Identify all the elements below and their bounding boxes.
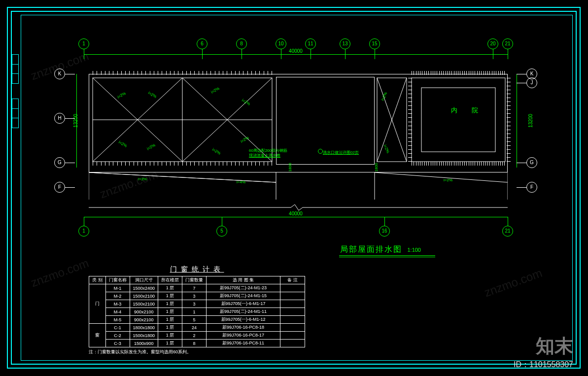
- grid-line: [202, 49, 203, 59]
- ruler-left-2: [12, 99, 19, 128]
- svg-text:i=2%: i=2%: [380, 92, 388, 102]
- col-header: 洞口尺寸: [130, 276, 158, 284]
- grid-line: [517, 83, 526, 83]
- brand-logo: 知末: [536, 334, 573, 359]
- cell: 3: [182, 292, 207, 300]
- cell: M-4: [105, 308, 130, 316]
- dim-left: 13200: [73, 114, 78, 128]
- ticks: [507, 78, 511, 162]
- courtyard-label: 内 院: [451, 106, 482, 115]
- table-row: M-31500x21001 层3新99J705(一)-6-M1-17: [89, 300, 305, 308]
- svg-text:i=2%: i=2%: [138, 177, 147, 181]
- cell: [280, 340, 305, 347]
- grid-line: [517, 163, 526, 163]
- grid-bubble: 1: [78, 38, 89, 49]
- col-header: 备 注: [280, 276, 305, 284]
- grid-bubble: K: [54, 68, 65, 79]
- cell: [280, 300, 305, 308]
- drawing-title-row: 局部屋面排水图 1:100: [340, 244, 421, 255]
- svg-text:i=2%: i=2%: [118, 140, 128, 148]
- table-row: C-31500x9001 层8新99J706-16-PC8-11: [89, 340, 305, 347]
- cell: 2: [182, 332, 207, 340]
- cell: M-2: [105, 292, 130, 300]
- grid-bubble: 13: [340, 38, 350, 49]
- table-row: 门M-11500x24001 层7新99J705(二)-24-M1-23: [89, 284, 305, 292]
- note-detail: 滴水口做法详图02页: [323, 150, 359, 155]
- break-line: [89, 205, 508, 210]
- cell: 1500x2100: [130, 300, 158, 308]
- svg-line-27: [89, 172, 276, 182]
- grid-line: [345, 49, 346, 59]
- grid-line: [384, 217, 385, 226]
- note-rebar-2: 现浇混凝土滴水檐: [249, 153, 280, 158]
- cell: C-2: [105, 332, 130, 340]
- grid-bubble: J: [526, 77, 537, 88]
- col-header: 类 别: [89, 276, 106, 284]
- grid-bubble: 1: [78, 226, 89, 237]
- cell: 1500x900: [130, 340, 158, 347]
- drawing-area: 40000 168101113152021 13200 13200 KHGF K…: [49, 39, 542, 227]
- grid-bubble: 16: [379, 226, 390, 237]
- ticks: [93, 162, 272, 166]
- cell: 1800x1800: [130, 324, 158, 332]
- door-window-table: 门窗统计表 类 别门窗名称洞口尺寸所在楼层门窗数量选 用 图 集备 注 门M-1…: [89, 265, 305, 355]
- ticks: [412, 71, 505, 75]
- ruler-left-1: [12, 54, 19, 84]
- grid-bubble: 20: [487, 38, 498, 49]
- dim-line-right: [517, 74, 517, 168]
- title-underline: [339, 255, 435, 256]
- group-cell: 门: [89, 284, 106, 324]
- cell: M-5: [105, 316, 130, 324]
- col-header: 门窗名称: [105, 276, 130, 284]
- grid-line: [242, 49, 242, 59]
- grid-line: [65, 74, 75, 74]
- svg-text:i=2%: i=2%: [211, 147, 221, 156]
- cell: M-3: [105, 300, 130, 308]
- grid-line: [222, 217, 222, 226]
- drawing-scale: 1:100: [407, 247, 421, 253]
- cell: [280, 316, 305, 324]
- drawing-title: 局部屋面排水图: [340, 245, 402, 253]
- cell: 新99J705(二)-24-M1-15: [207, 292, 280, 300]
- svg-text:i=2%: i=2%: [147, 91, 157, 99]
- cell: 新99J705(二)-24-M1-11: [207, 308, 280, 316]
- ticks: [408, 78, 412, 162]
- table-note: 注：门窗数量以实际发生为准。窗型均选用60系列。: [89, 349, 305, 355]
- dim-top: 40000: [289, 48, 303, 54]
- cell: 新99J705(二)-24-M1-23: [207, 284, 280, 292]
- roof-left: i=2% i=2% i=2% i=2% i=2% i=2% i=2% i=2%: [89, 74, 276, 172]
- table-title: 门窗统计表: [89, 265, 305, 274]
- grid-bubble: 5: [216, 226, 227, 237]
- grid-line: [517, 187, 526, 188]
- cell: 1 层: [158, 324, 182, 332]
- grid-line: [65, 163, 75, 163]
- table-row: M-4900x21001 层1新99J705(二)-24-M1-11: [89, 308, 305, 316]
- cell: 8: [182, 340, 207, 347]
- schedule-table: 类 别门窗名称洞口尺寸所在楼层门窗数量选 用 图 集备 注 门M-11500x2…: [89, 276, 305, 347]
- grid-line: [508, 49, 508, 59]
- cell: [280, 324, 305, 332]
- svg-line-19: [392, 120, 407, 162]
- cell: 1 层: [158, 316, 182, 324]
- cell: 1 层: [158, 340, 182, 347]
- cell: C-3: [105, 340, 130, 347]
- grid-bubble: G: [526, 157, 537, 168]
- group-cell: 窗: [89, 324, 106, 347]
- cell: [280, 332, 305, 340]
- cell: C-1: [105, 324, 130, 332]
- grid-line: [375, 49, 375, 59]
- svg-text:i=2%: i=2%: [117, 91, 127, 100]
- table-row: C-21500x18001 层2新99J706-16-PC8-17: [89, 332, 305, 340]
- svg-text:i=2%: i=2%: [382, 144, 390, 154]
- grid-bubble: 6: [197, 38, 208, 49]
- grid-bubble: 15: [369, 38, 380, 49]
- col-header: 选 用 图 集: [207, 276, 280, 284]
- image-id: ID：1101558307: [514, 360, 573, 370]
- dim-line-top: [84, 54, 508, 55]
- cell: 24: [182, 324, 207, 332]
- cell: 新99J705(一)-6-M1-12: [207, 316, 280, 324]
- grid-bubble: 10: [276, 38, 286, 49]
- cell: 1 层: [158, 300, 182, 308]
- roof-right: i=2% i=2%: [375, 74, 508, 172]
- svg-line-29: [375, 172, 508, 182]
